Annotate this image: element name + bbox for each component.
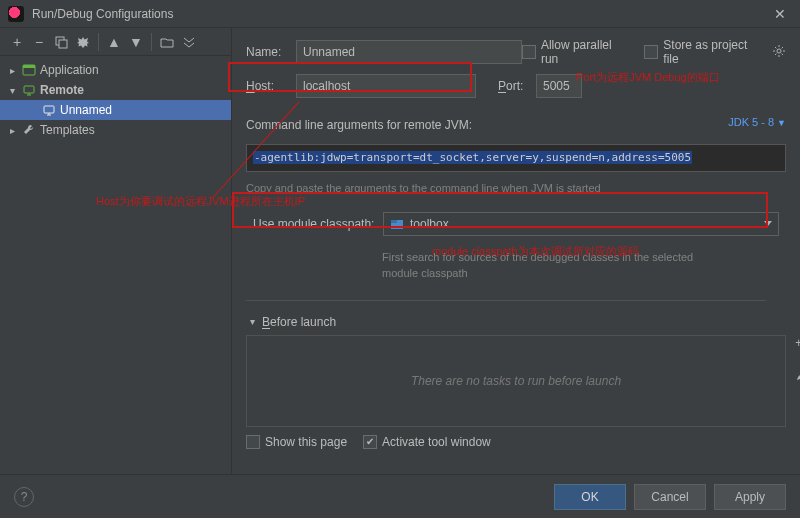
divider: [246, 300, 766, 301]
tree-node-unnamed[interactable]: Unnamed: [0, 100, 231, 120]
window-title: Run/Debug Configurations: [32, 7, 768, 21]
apply-button[interactable]: Apply: [714, 484, 786, 510]
module-hint: First search for sources of the debugged…: [246, 249, 786, 282]
move-up-button[interactable]: ▲: [103, 31, 125, 53]
cmdline-label: Command line arguments for remote JVM:: [246, 118, 472, 132]
config-toolbar: + − ▲ ▼: [0, 28, 231, 56]
svg-rect-4: [24, 86, 34, 93]
app-icon: [8, 6, 24, 22]
remote-icon: [22, 83, 36, 97]
before-launch-toggle[interactable]: ▾ Before launch: [246, 315, 786, 329]
copy-hint: Copy and paste the arguments to the comm…: [246, 180, 786, 197]
module-label: Use module classpath:: [253, 217, 383, 231]
tree-node-remote[interactable]: ▾ Remote: [0, 80, 231, 100]
application-icon: [22, 63, 36, 77]
show-this-page-checkbox[interactable]: Show this page: [246, 435, 347, 449]
allow-parallel-checkbox[interactable]: Allow parallel run: [522, 38, 632, 66]
name-input[interactable]: [296, 40, 522, 64]
svg-rect-5: [44, 106, 54, 113]
store-project-checkbox[interactable]: Store as project file: [644, 38, 766, 66]
folder-button[interactable]: [156, 31, 178, 53]
svg-rect-8: [391, 220, 397, 223]
ok-button[interactable]: OK: [554, 484, 626, 510]
tree-label: Application: [40, 63, 99, 77]
close-icon[interactable]: ✕: [768, 4, 792, 24]
name-label: Name:: [246, 45, 296, 59]
add-button[interactable]: +: [6, 31, 28, 53]
activate-tool-window-checkbox[interactable]: ✔Activate tool window: [363, 435, 491, 449]
help-button[interactable]: ?: [14, 487, 34, 507]
tree-node-application[interactable]: ▸ Application: [0, 60, 231, 80]
add-task-button[interactable]: +: [795, 336, 800, 350]
before-launch-label: Before launch: [262, 315, 336, 329]
tree-label: Unnamed: [60, 103, 112, 117]
expand-button[interactable]: [178, 31, 200, 53]
cancel-button[interactable]: Cancel: [634, 484, 706, 510]
remote-config-icon: [42, 103, 56, 117]
module-classpath-dropdown[interactable]: toolbox: [383, 212, 779, 236]
port-label: Port:: [498, 79, 536, 93]
edit-task-button[interactable]: [795, 370, 800, 385]
before-launch-tasks: There are no tasks to run before launch …: [246, 335, 786, 427]
cmdline-textarea[interactable]: -agentlib:jdwp=transport=dt_socket,serve…: [246, 144, 786, 172]
chevron-down-icon: [764, 221, 772, 226]
svg-rect-1: [59, 40, 67, 48]
move-down-button[interactable]: ▼: [125, 31, 147, 53]
host-label: Host:: [246, 79, 296, 93]
wrench-icon: [22, 123, 36, 137]
host-input[interactable]: [296, 74, 476, 98]
gear-icon[interactable]: [772, 44, 786, 61]
svg-rect-3: [23, 65, 35, 68]
tree-label: Remote: [40, 83, 84, 97]
config-tree: ▸ Application ▾ Remote Unnamed: [0, 56, 231, 474]
edit-templates-button[interactable]: [72, 31, 94, 53]
module-icon: [390, 217, 404, 231]
tree-label: Templates: [40, 123, 95, 137]
copy-button[interactable]: [50, 31, 72, 53]
svg-point-6: [777, 49, 781, 53]
jdk-version-dropdown[interactable]: JDK 5 - 8▼: [728, 116, 786, 128]
remove-button[interactable]: −: [28, 31, 50, 53]
port-input[interactable]: [536, 74, 582, 98]
tree-node-templates[interactable]: ▸ Templates: [0, 120, 231, 140]
